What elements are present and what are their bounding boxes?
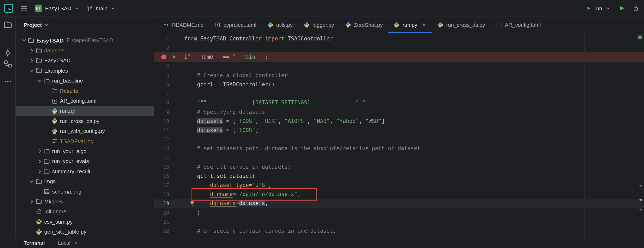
tree-item-schema-png[interactable]: schema.png	[16, 187, 154, 197]
more-dots-icon[interactable]	[3, 77, 12, 86]
gutter[interactable]: 5	[154, 71, 184, 80]
gutter[interactable]: 10	[154, 117, 184, 126]
tree-item-run-your-evals[interactable]: run_your_evals	[16, 156, 154, 166]
gutter[interactable]: 12	[154, 135, 184, 144]
line-number[interactable]: 2	[154, 43, 169, 52]
code-line-text[interactable]	[184, 218, 644, 227]
gutter[interactable]: 8	[154, 98, 184, 108]
gutter[interactable]: 22	[154, 227, 184, 236]
gutter[interactable]: 4	[154, 62, 184, 71]
tab-run-cross-ds-py[interactable]: run_cross_ds.py	[432, 16, 490, 33]
intention-bulb-icon[interactable]	[189, 200, 195, 207]
chevron-right-icon[interactable]	[28, 57, 35, 64]
line-number[interactable]: 12	[154, 135, 169, 144]
tab-run-py[interactable]: run.py	[388, 16, 432, 33]
code-line-text[interactable]	[184, 62, 644, 71]
tree-item-run-with-config-py[interactable]: run_with_config.py	[16, 126, 154, 136]
code-line-5[interactable]: 5 # Create a global controller	[154, 71, 644, 80]
code-line-text[interactable]	[184, 89, 644, 98]
line-number[interactable]: 14	[154, 153, 169, 162]
code-line-text[interactable]: datasets=datasets,	[184, 199, 644, 208]
line-number[interactable]: 19	[154, 199, 169, 208]
tree-item-imgs[interactable]: imgs	[16, 176, 154, 187]
gutter[interactable]: 20	[154, 208, 184, 217]
code-line-16[interactable]: 16 gctrl.set_dataset(	[154, 172, 644, 181]
tree-item-datasets[interactable]: datasets	[16, 46, 154, 56]
tree-item-summary-result[interactable]: summary_result	[16, 166, 154, 176]
line-number[interactable]: 6	[154, 80, 169, 89]
code-line-21[interactable]: 21	[154, 218, 644, 227]
gutter[interactable]	[154, 53, 184, 62]
gutter[interactable]: 11	[154, 126, 184, 135]
project-selector[interactable]: ET EasyTSAD	[35, 4, 80, 12]
close-icon[interactable]	[73, 240, 78, 245]
line-number[interactable]: 1	[154, 34, 169, 43]
code-line-20[interactable]: 20 )	[154, 208, 644, 217]
code-line-19[interactable]: 19 datasets=datasets,	[154, 199, 644, 208]
code-line-9[interactable]: 9 # Specifying datasets	[154, 108, 644, 117]
tab-logger-py[interactable]: logger.py	[298, 16, 339, 33]
line-number[interactable]: 21	[154, 218, 169, 227]
line-number[interactable]: 7	[154, 89, 169, 98]
structure-icon[interactable]	[3, 59, 12, 69]
gutter[interactable]: 16	[154, 172, 184, 181]
gutter[interactable]: 13	[154, 144, 184, 153]
chevron-down-icon[interactable]	[36, 78, 43, 84]
run-button-play-icon[interactable]	[618, 4, 626, 12]
gutter[interactable]: 14	[154, 153, 184, 162]
line-number[interactable]: 16	[154, 172, 169, 181]
debug-bug-icon[interactable]	[633, 5, 640, 12]
run-configuration-selector[interactable]: run	[586, 5, 610, 11]
line-number[interactable]: 15	[154, 162, 169, 171]
tab-ar-config-toml[interactable]: AR_config.toml	[490, 16, 546, 33]
gutter[interactable]: 6	[154, 80, 184, 89]
code-line-15[interactable]: 15 # Use all curves in datasets:	[154, 162, 644, 171]
code-line-1[interactable]: 1from EasyTSAD.Controller import TSADCon…	[154, 34, 644, 43]
run-gutter-icon[interactable]	[171, 54, 177, 60]
line-number[interactable]: 9	[154, 108, 169, 117]
tree-item-gen-site-table-py[interactable]: gen_site_table.py	[16, 227, 154, 237]
code-line-8[interactable]: 8 """============= [DATASET SETTINGS] ==…	[154, 98, 644, 108]
code-line-text[interactable]: gctrl.set_dataset(	[184, 172, 644, 181]
line-number[interactable]: 8	[154, 98, 169, 108]
tree-item-mkdocs[interactable]: Mkdocs	[16, 197, 154, 207]
breakpoint-icon[interactable]	[161, 55, 166, 60]
terminal-toolwindow-label[interactable]: Terminal	[24, 240, 45, 246]
code-line-text[interactable]	[184, 135, 644, 144]
tree-item-easytsad[interactable]: EasyTSADE:\paper\EasyTSAD	[16, 35, 154, 46]
line-number[interactable]: 22	[154, 227, 169, 236]
branch-selector[interactable]: main	[86, 5, 116, 11]
gutter[interactable]: 18	[154, 190, 184, 199]
tree-item-run-your-algo[interactable]: run_your_algo	[16, 146, 154, 156]
code-line-4[interactable]: 4	[154, 62, 644, 71]
code-line-17[interactable]: 17 dataset_type="UTS",	[154, 181, 644, 190]
gutter[interactable]: 7	[154, 89, 184, 98]
tree-item-run-cross-ds-py[interactable]: run_cross_ds.py	[16, 116, 154, 126]
line-number[interactable]: 13	[154, 144, 169, 153]
code-line-text[interactable]: # Use all curves in datasets:	[184, 162, 644, 171]
tree-item-ar-config-toml[interactable]: AR_config.toml	[16, 96, 154, 106]
tree-item-tsadeval-log[interactable]: TSADEval.log	[16, 136, 154, 146]
tree-item-gitignore[interactable]: .gitignore	[16, 207, 154, 217]
code-line-22[interactable]: 22 # Or specify certain curves in one da…	[154, 227, 644, 236]
code-line-text[interactable]: # Specifying datasets	[184, 108, 644, 117]
code-line-text[interactable]	[184, 153, 644, 162]
line-number[interactable]: 17	[154, 181, 169, 190]
chevron-down-icon[interactable]	[28, 178, 35, 185]
tree-item-easytsad[interactable]: EasyTSAD	[16, 56, 154, 66]
tree-item-csv-sum-py[interactable]: csv_sum.py	[16, 217, 154, 227]
code-line-text[interactable]: # set datasets path, dirname is the abso…	[184, 144, 644, 153]
error-stripe[interactable]	[638, 33, 644, 238]
code-line-10[interactable]: 10 datasets = ["TODS", "UCR", "AIOPS", "…	[154, 117, 644, 126]
inspections-indicator[interactable]	[638, 35, 642, 39]
code-line-text[interactable]: dataset_type="UTS",	[184, 181, 644, 190]
code-line-text[interactable]: datasets = ["TODS"]	[184, 126, 644, 135]
line-number[interactable]: 11	[154, 126, 169, 135]
tree-item-results[interactable]: Results	[16, 86, 154, 96]
gutter[interactable]: 9	[154, 108, 184, 117]
code-line-text[interactable]: )	[184, 208, 644, 217]
code-line-text[interactable]: datasets = ["TODS", "UCR", "AIOPS", "NAB…	[184, 117, 644, 126]
tab-zeroshot-py[interactable]: ZeroShot.py	[339, 16, 388, 33]
gutter[interactable]: 19	[154, 199, 184, 208]
code-line-text[interactable]: # Or specify certain curves in one datas…	[184, 227, 644, 236]
